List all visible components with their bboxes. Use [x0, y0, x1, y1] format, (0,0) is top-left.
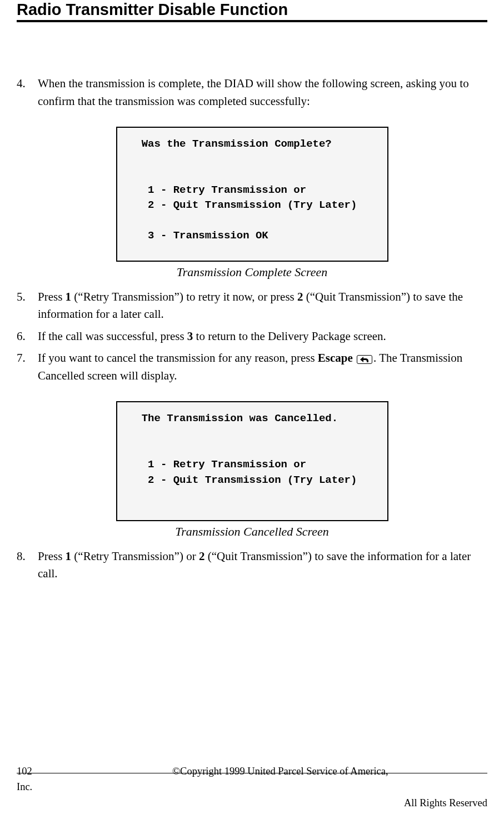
screen1-caption: Transmission Complete Screen	[17, 265, 487, 279]
screen2-title: The Transmission was Cancelled.	[123, 412, 338, 425]
screen1-opt3: 3 - Transmission OK	[123, 229, 268, 242]
step-8-text: Press 1 (“Retry Transmission”) or 2 (“Qu…	[38, 548, 487, 583]
step-8-num: 8.	[17, 548, 38, 583]
escape-icon	[357, 355, 372, 364]
step-6-num: 6.	[17, 328, 38, 346]
step-5-text: Press 1 (“Retry Transmission”) to retry …	[38, 288, 487, 323]
step-4: 4. When the transmission is complete, th…	[17, 75, 487, 110]
step-6-text: If the call was successful, press 3 to r…	[38, 328, 487, 346]
transmission-cancelled-screen: The Transmission was Cancelled. 1 - Retr…	[116, 401, 388, 521]
screen2-opt1: 1 - Retry Transmission or	[123, 458, 307, 471]
step-8: 8. Press 1 (“Retry Transmission”) or 2 (…	[17, 548, 487, 583]
footer: 102 ©Copyright 1999 United Parcel Servic…	[17, 764, 487, 811]
step-7-num: 7.	[17, 349, 38, 384]
screen1-opt2: 2 - Quit Transmission (Try Later)	[123, 199, 357, 211]
screen2-opt2: 2 - Quit Transmission (Try Later)	[123, 474, 357, 486]
step-5: 5. Press 1 (“Retry Transmission”) to ret…	[17, 288, 487, 323]
screen2-caption: Transmission Cancelled Screen	[17, 525, 487, 539]
screen1-opt1: 1 - Retry Transmission or	[123, 184, 307, 196]
page-title: Radio Transmitter Disable Function	[17, 0, 487, 20]
step-4-text: When the transmission is complete, the D…	[38, 75, 487, 110]
step-4-num: 4.	[17, 75, 38, 110]
rights-reserved: All Rights Reserved	[17, 796, 487, 811]
step-7: 7. If you want to cancel the transmissio…	[17, 349, 487, 384]
page-number: 102	[17, 764, 50, 780]
screen1-title: Was the Transmission Complete?	[123, 138, 332, 150]
copyright-text: ©Copyright 1999 United Parcel Service of…	[50, 764, 388, 780]
copyright-inc: Inc.	[17, 780, 487, 795]
step-7-text: If you want to cancel the transmission f…	[38, 349, 487, 384]
step-6: 6. If the call was successful, press 3 t…	[17, 328, 487, 346]
step-5-num: 5.	[17, 288, 38, 323]
transmission-complete-screen: Was the Transmission Complete? 1 - Retry…	[116, 127, 388, 262]
main-content: 4. When the transmission is complete, th…	[17, 22, 487, 583]
